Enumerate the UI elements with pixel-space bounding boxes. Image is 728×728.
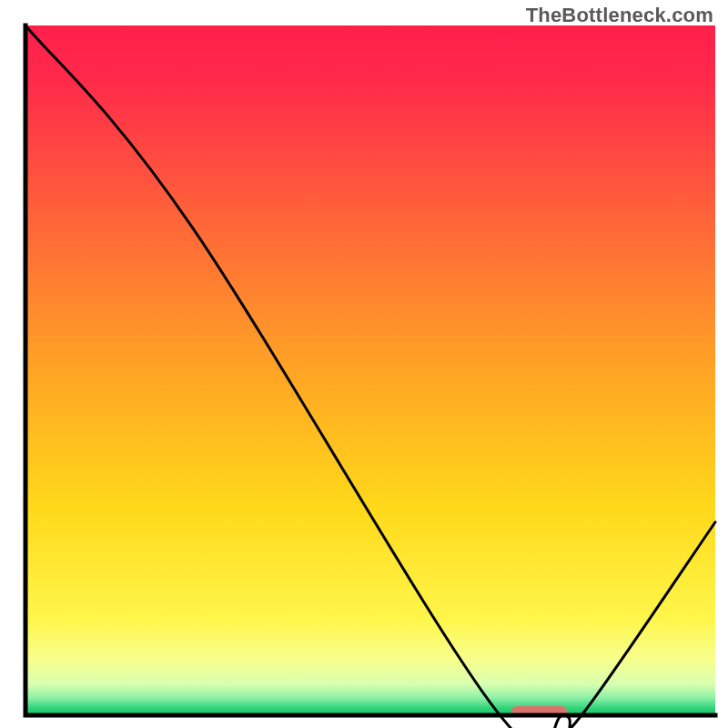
watermark-text: TheBottleneck.com (526, 4, 713, 27)
plot-background (25, 25, 715, 715)
bottleneck-chart (0, 0, 728, 728)
chart-container: TheBottleneck.com (0, 0, 728, 728)
